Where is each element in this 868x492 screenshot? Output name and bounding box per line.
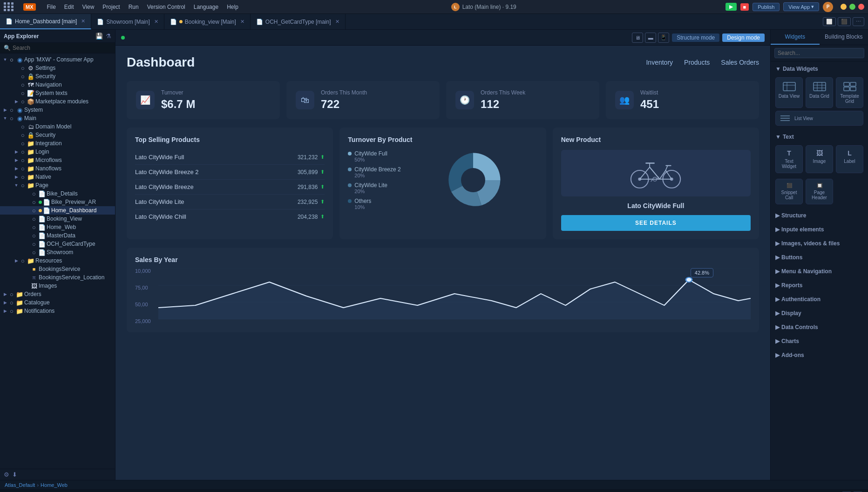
widget-text[interactable]: T Text Widget [775, 145, 803, 173]
menu-project[interactable]: Project [99, 3, 123, 11]
breadcrumb-root[interactable]: Atlas_Default [5, 482, 35, 488]
tree-item-navigation[interactable]: ○ 🗺 Navigation [0, 81, 115, 89]
tab-close[interactable]: ✕ [154, 19, 158, 25]
widget-page-header[interactable]: 🔲 Page Header [806, 179, 833, 204]
tree-item-marketplace[interactable]: ▶ ○ 📦 Marketplace modules [0, 97, 115, 106]
tree-item-home-web[interactable]: ○ 📄 Home_Web [0, 223, 115, 231]
tab-close[interactable]: ✕ [335, 19, 339, 25]
toolbox-search-input[interactable] [774, 48, 864, 58]
nav-inventory[interactable]: Inventory [646, 59, 673, 66]
tree-item-och-getcardtype[interactable]: ○ 📄 OCH_GetCardType [0, 240, 115, 248]
sidebar-save-icon[interactable]: 💾 [95, 33, 103, 40]
addons-header[interactable]: ▶ Add-ons [771, 350, 868, 361]
tree-item-system[interactable]: ▶ ○ ◉ System [0, 106, 115, 114]
tree-item-bike-details[interactable]: ○ 📄 Bike_Details [0, 189, 115, 198]
win-minimize[interactable] [841, 4, 847, 10]
widget-list-view[interactable]: List View [775, 111, 863, 126]
data-controls-header[interactable]: ▶ Data Controls [771, 322, 868, 333]
tree-item-domain-model[interactable]: ○ 🗂 Domain Model [0, 122, 115, 131]
tree-item-security[interactable]: ○ 🔒 Security [0, 72, 115, 81]
sidebar-bottom-icon[interactable]: ⚙ [4, 471, 9, 478]
tree-item-masterdata[interactable]: ○ 📄 MasterData [0, 231, 115, 240]
tab-home-dashboard[interactable]: 📄 Home_Dashboard [main] ✕ [0, 14, 91, 29]
tree-item-orders[interactable]: ▶ ○ 📁 Orders [0, 290, 115, 298]
tab-och-getcardtype[interactable]: 📄 OCH_GetCardType [main] ✕ [251, 14, 346, 29]
view-app-button[interactable]: View App ▾ [783, 2, 819, 11]
tree-item-app[interactable]: ▼ ○ ◉ App 'MXW' - Consumer App [0, 55, 115, 64]
tab-close[interactable]: ✕ [81, 18, 85, 24]
nav-products[interactable]: Products [684, 59, 710, 66]
tree-item-settings[interactable]: ○ ⚙ Settings [0, 64, 115, 72]
app-grid-icon[interactable] [4, 2, 14, 11]
design-mode-button[interactable]: Design mode [722, 34, 765, 42]
frame-desktop-btn[interactable]: 🖥 [632, 33, 643, 43]
tree-item-images[interactable]: 🖼 Images [0, 282, 115, 290]
sidebar-filter2-icon[interactable]: ⬇ [12, 471, 17, 478]
menu-edit[interactable]: Edit [61, 3, 78, 11]
menu-header[interactable]: ▶ Menu & Navigation [771, 266, 868, 277]
tree-item-bike-preview-ar[interactable]: ○ 📄 Bike_Preview_AR [0, 198, 115, 206]
frame-mobile-btn[interactable]: 📱 [658, 33, 669, 43]
tree-item-bookings-service[interactable]: ■ BookingsService [0, 265, 115, 273]
tree-item-catalogue[interactable]: ▶ ○ 📁 Catalogue [0, 298, 115, 307]
frame-tablet-btn[interactable]: ▬ [645, 33, 656, 43]
tree-item-resources[interactable]: ▶ ○ 📁 Resources [0, 256, 115, 265]
menu-run[interactable]: Run [125, 3, 142, 11]
publish-button[interactable]: Publish [753, 3, 780, 11]
sidebar-filter-icon[interactable]: ⚗ [106, 33, 111, 40]
tree-item-microflows[interactable]: ▶ ○ 📁 Microflows [0, 156, 115, 164]
buttons-header[interactable]: ▶ Buttons [771, 252, 868, 263]
tab-booking-view[interactable]: 📄 Booking_view [Main] ✕ [164, 14, 251, 29]
search-input[interactable] [13, 45, 111, 51]
images-header[interactable]: ▶ Images, videos & files [771, 238, 868, 249]
tree-item-security-main[interactable]: ○ 🔒 Security [0, 131, 115, 139]
structure-mode-button[interactable]: Structure mode [672, 34, 719, 42]
win-maximize[interactable] [849, 4, 855, 10]
menu-help[interactable]: Help [223, 3, 242, 11]
menu-version-control[interactable]: Version Control [143, 3, 189, 11]
see-details-button[interactable]: SEE DETAILS [561, 215, 751, 231]
data-widgets-header[interactable]: ▼ Data Widgets [771, 63, 868, 74]
auth-header[interactable]: ▶ Authentication [771, 294, 868, 305]
tree-item-system-texts[interactable]: ○ 📝 System texts [0, 89, 115, 97]
tree-item-page[interactable]: ▼ ○ 📁 Page [0, 181, 115, 189]
widget-template-grid[interactable]: Template Grid [836, 77, 863, 108]
reports-header[interactable]: ▶ Reports [771, 280, 868, 291]
tree-item-bookings-service-location[interactable]: π BookingsService_Location [0, 273, 115, 282]
tree-item-booking-view[interactable]: ○ 📄 Booking_View [0, 215, 115, 223]
tree-item-main[interactable]: ▼ ○ ◉ Main [0, 114, 115, 122]
tab-more[interactable]: ⋯ [853, 17, 864, 26]
toolbox-tab-building-blocks[interactable]: Building Blocks [820, 30, 868, 45]
widget-label-item[interactable]: L Label [836, 145, 863, 173]
structure-header[interactable]: ▶ Structure [771, 210, 868, 221]
tab-close[interactable]: ✕ [240, 19, 244, 25]
tab-split-h[interactable]: ⬜ [823, 17, 836, 26]
widget-snippet-call[interactable]: ⬛ Snippet Call [775, 179, 803, 204]
tree-item-showroom[interactable]: ○ 📄 Showroom [0, 248, 115, 256]
tree-item-home-dashboard[interactable]: ○ 📄 Home_Dashboard [0, 206, 115, 215]
tree-item-nanoflows[interactable]: ▶ ○ 📁 Nanoflows [0, 164, 115, 173]
menu-file[interactable]: File [43, 3, 60, 11]
text-section-header[interactable]: ▼ Text [771, 131, 868, 142]
toolbox-tab-widgets[interactable]: Widgets [771, 30, 820, 45]
inpute-header[interactable]: ▶ Inpute elements [771, 224, 868, 235]
tab-showroom[interactable]: 📄 Showroom [Main] ✕ [91, 14, 164, 29]
menu-language[interactable]: Language [190, 3, 222, 11]
run-button[interactable]: ▶ [726, 3, 737, 11]
charts-header[interactable]: ▶ Charts [771, 336, 868, 347]
tree-item-integration[interactable]: ○ 📁 Integration [0, 139, 115, 148]
breadcrumb-path[interactable]: Home_Web [41, 482, 68, 488]
tree-item-notifications[interactable]: ▶ ○ 📁 Notifications [0, 307, 115, 315]
stop-button[interactable]: ■ [740, 3, 749, 11]
tab-split-v[interactable]: ⬛ [838, 17, 851, 26]
display-header[interactable]: ▶ Display [771, 308, 868, 319]
win-close[interactable] [858, 4, 864, 10]
widget-data-grid[interactable]: Data Grid [806, 77, 833, 108]
menu-view[interactable]: View [79, 3, 98, 11]
nav-sales-orders[interactable]: Sales Orders [721, 59, 759, 66]
tree-item-login[interactable]: ▶ ○ 📁 Login [0, 148, 115, 156]
tree-item-native[interactable]: ▶ ○ 📁 Native [0, 173, 115, 181]
widget-data-view[interactable]: Data View [775, 77, 803, 108]
user-avatar[interactable]: P [823, 2, 833, 12]
widget-image[interactable]: 🖼 Image [806, 145, 833, 173]
